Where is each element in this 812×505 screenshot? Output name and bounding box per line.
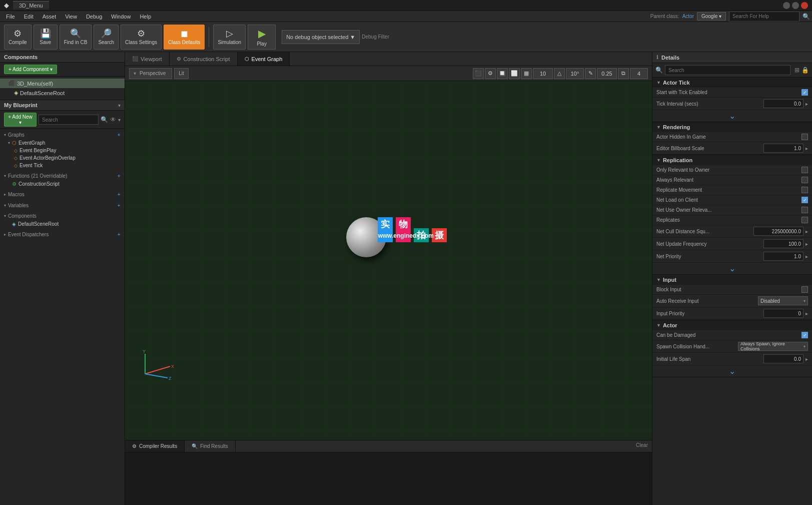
bottom-tab-find[interactable]: 🔍 Find Results <box>185 440 236 452</box>
menu-file[interactable]: File <box>2 13 19 21</box>
bp-item-tick[interactable]: ◇ Event Tick <box>0 162 125 169</box>
component-item-root[interactable]: ◈ DefaultSceneRoot <box>0 88 125 98</box>
billboard-scale-arrow[interactable]: ▸ <box>805 146 808 151</box>
initial-life-span-input[interactable] <box>763 354 803 363</box>
vp-tool-4[interactable]: ⬜ <box>509 68 520 79</box>
actor-expand-icon[interactable]: ⌄ <box>729 366 735 376</box>
bp-item-default-scene-root[interactable]: ◈ DefaultSceneRoot <box>0 220 125 228</box>
bp-item-begin-play[interactable]: ◇ Event BeginPlay <box>0 147 125 154</box>
component-item-self[interactable]: ⬛ 3D_Menu(self) <box>0 79 125 88</box>
bp-section-components-header[interactable]: ▾ Components <box>0 212 125 220</box>
net-priority-input[interactable] <box>763 252 803 261</box>
bp-item-eventgraph[interactable]: ▾ ⬡ EventGraph <box>0 139 125 147</box>
add-function-button[interactable]: + <box>118 173 121 179</box>
block-input-checkbox[interactable] <box>801 286 808 293</box>
only-relevant-checkbox[interactable] <box>801 167 808 173</box>
add-dispatcher-button[interactable]: + <box>118 231 121 237</box>
menu-window[interactable]: Window <box>107 13 135 21</box>
net-cull-input[interactable] <box>753 227 803 236</box>
angle-display[interactable]: 10° <box>566 68 584 79</box>
bp-item-construction-script[interactable]: ⚙ ConstructionScript <box>0 180 125 188</box>
help-search-input[interactable] <box>729 12 799 22</box>
bp-section-dispatchers-header[interactable]: ▸ Event Dispatchers + <box>0 230 125 239</box>
vp-tool-7[interactable]: ✎ <box>585 68 596 79</box>
actor-header[interactable]: ▼ Actor <box>652 320 812 330</box>
can-be-damaged-checkbox[interactable]: ✓ <box>801 332 808 338</box>
net-update-input[interactable] <box>763 239 803 248</box>
menu-view[interactable]: View <box>61 13 81 21</box>
tick-interval-input[interactable] <box>763 99 803 108</box>
always-relevant-checkbox[interactable] <box>801 177 808 183</box>
maximize-button[interactable] <box>792 2 799 9</box>
search-button[interactable]: 🔎 Search <box>94 25 119 50</box>
debug-filter-dropdown[interactable]: No debug object selected ▼ <box>282 30 360 44</box>
close-button[interactable] <box>801 2 808 9</box>
bp-settings-icon[interactable]: ▾ <box>118 117 121 123</box>
tab-event-graph[interactable]: ⬡ Event Graph <box>238 52 290 66</box>
tick-interval-arrow[interactable]: ▸ <box>805 101 808 107</box>
add-variable-button[interactable]: + <box>118 202 121 208</box>
auto-receive-dropdown[interactable]: Disabled ▾ <box>758 296 808 305</box>
tab-construction-script[interactable]: ⚙ Construction Script <box>170 52 238 66</box>
bp-section-variables-header[interactable]: ▾ Variables + <box>0 201 125 210</box>
compile-button[interactable]: ⚙ Compile <box>4 25 32 50</box>
find-in-cb-button[interactable]: 🔍 Find in CB <box>60 25 92 50</box>
input-header[interactable]: ▼ Input <box>652 275 812 285</box>
parent-class-value[interactable]: Actor <box>682 14 694 19</box>
tab-viewport[interactable]: ⬛ Viewport <box>125 52 170 66</box>
bp-section-graphs-header[interactable]: ▾ Graphs + <box>0 130 125 139</box>
add-graph-button[interactable]: + <box>118 132 121 138</box>
add-component-button[interactable]: + Add Component ▾ <box>4 65 57 74</box>
actor-tick-header[interactable]: ▼ Actor Tick <box>652 78 812 88</box>
menu-asset[interactable]: Asset <box>39 13 61 21</box>
class-settings-button[interactable]: ⚙ Class Settings <box>121 25 162 50</box>
replication-expand-icon[interactable]: ⌄ <box>729 264 735 273</box>
bottom-clear-button[interactable]: Clear <box>632 440 652 452</box>
hidden-game-checkbox[interactable] <box>801 134 808 140</box>
details-view-toggle[interactable]: ⊞ <box>794 67 799 74</box>
bp-add-button[interactable]: + Add New ▾ <box>4 113 37 127</box>
class-defaults-button[interactable]: ◼ Class Defaults <box>164 25 205 50</box>
billboard-scale-input[interactable] <box>763 144 803 153</box>
bp-section-macros-header[interactable]: ▸ Macros + <box>0 190 125 199</box>
title-tab[interactable]: 3D_Menu <box>13 1 49 10</box>
bp-item-actor-overlap[interactable]: ◇ Event ActorBeginOverlap <box>0 154 125 162</box>
menu-help[interactable]: Help <box>136 13 155 21</box>
spawn-collision-dropdown[interactable]: Always Spawn, Ignore Collisions ▾ <box>738 342 808 351</box>
layers-display[interactable]: 4 <box>630 68 648 79</box>
vp-tool-6[interactable]: △ <box>554 68 565 79</box>
details-search-input[interactable] <box>665 65 790 75</box>
net-load-checkbox[interactable]: ✓ <box>801 197 808 203</box>
scale-display[interactable]: 0.25 <box>597 68 617 79</box>
replicates-checkbox[interactable] <box>801 217 808 223</box>
vp-tool-8[interactable]: ⧉ <box>618 68 629 79</box>
vp-tool-5[interactable]: ▦ <box>521 68 532 79</box>
vp-tool-1[interactable]: ⬛ <box>473 68 484 79</box>
actor-tick-expand-icon[interactable]: ⌄ <box>729 111 735 121</box>
minimize-button[interactable] <box>783 2 790 9</box>
bp-eye-icon[interactable]: 👁 <box>110 116 116 123</box>
start-tick-checkbox[interactable]: ✓ <box>801 89 808 96</box>
lit-button[interactable]: Lit <box>174 68 189 79</box>
play-button[interactable]: ▶ Play <box>248 25 276 50</box>
replicate-movement-checkbox[interactable] <box>801 187 808 193</box>
bp-section-functions-header[interactable]: ▾ Functions (21 Overridable) + <box>0 171 125 180</box>
google-button[interactable]: Google ▾ <box>697 12 726 21</box>
add-macro-button[interactable]: + <box>118 191 121 197</box>
details-lock-icon[interactable]: 🔒 <box>801 67 809 74</box>
vp-tool-3[interactable]: 🔲 <box>497 68 508 79</box>
input-priority-input[interactable] <box>763 309 803 318</box>
menu-edit[interactable]: Edit <box>20 13 38 21</box>
perspective-button[interactable]: ▾ Perspective <box>129 68 172 79</box>
net-use-owner-checkbox[interactable] <box>801 207 808 213</box>
simulation-button[interactable]: ▷ Simulation <box>213 25 246 50</box>
bp-search-input[interactable] <box>39 115 99 125</box>
replication-header[interactable]: ▼ Replication <box>652 155 812 165</box>
rendering-header[interactable]: ▼ Rendering <box>652 122 812 132</box>
save-button[interactable]: 💾 Save <box>34 25 58 50</box>
vp-tool-2[interactable]: ⚙ <box>485 68 496 79</box>
grid-size-display[interactable]: 10 <box>533 68 553 79</box>
bottom-tab-compiler[interactable]: ⚙ Compiler Results <box>125 440 185 452</box>
help-search-icon[interactable]: 🔍 <box>802 13 810 20</box>
menu-debug[interactable]: Debug <box>82 13 106 21</box>
